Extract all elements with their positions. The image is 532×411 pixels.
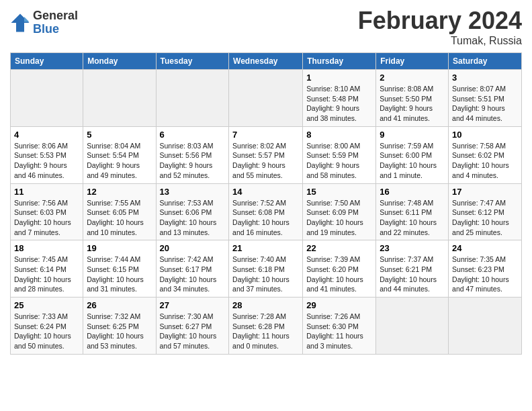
logo-general-text: General (33, 9, 78, 23)
day-cell: 14Sunrise: 7:52 AMSunset: 6:08 PMDayligh… (229, 183, 303, 240)
day-content: Sunrise: 8:00 AMSunset: 5:59 PMDaylight:… (306, 141, 372, 181)
day-number: 21 (232, 243, 299, 253)
day-content: Sunrise: 7:32 AMSunset: 6:25 PMDaylight:… (87, 312, 152, 351)
day-content: Sunrise: 8:10 AMSunset: 5:48 PMDaylight:… (306, 84, 372, 124)
day-cell: 8Sunrise: 8:00 AMSunset: 5:59 PMDaylight… (303, 126, 376, 183)
logo: General Blue (10, 9, 78, 36)
week-row-3: 18Sunrise: 7:45 AMSunset: 6:14 PMDayligh… (11, 240, 522, 298)
day-number: 5 (87, 130, 152, 140)
day-number: 2 (380, 73, 445, 83)
day-cell: 3Sunrise: 8:07 AMSunset: 5:51 PMDaylight… (449, 70, 522, 127)
calendar-location: Tumak, Russia (358, 35, 522, 47)
header-monday: Monday (83, 53, 156, 70)
week-row-0: 1Sunrise: 8:10 AMSunset: 5:48 PMDaylight… (11, 70, 522, 127)
day-cell: 19Sunrise: 7:44 AMSunset: 6:15 PMDayligh… (83, 240, 156, 298)
svg-marker-1 (24, 17, 30, 22)
day-cell: 12Sunrise: 7:55 AMSunset: 6:05 PMDayligh… (83, 183, 156, 240)
day-number: 12 (87, 187, 152, 197)
header-friday: Friday (376, 53, 449, 70)
day-cell: 26Sunrise: 7:32 AMSunset: 6:25 PMDayligh… (83, 298, 156, 355)
day-cell: 29Sunrise: 7:26 AMSunset: 6:30 PMDayligh… (303, 298, 376, 355)
day-cell: 20Sunrise: 7:42 AMSunset: 6:17 PMDayligh… (156, 240, 229, 298)
day-content: Sunrise: 7:44 AMSunset: 6:15 PMDaylight:… (87, 255, 152, 294)
day-number: 17 (452, 187, 518, 197)
logo-text: General Blue (33, 9, 78, 36)
day-number: 13 (160, 187, 226, 197)
day-number: 28 (232, 300, 299, 310)
day-number: 4 (14, 130, 79, 140)
day-content: Sunrise: 7:58 AMSunset: 6:02 PMDaylight:… (452, 141, 518, 181)
day-cell: 23Sunrise: 7:37 AMSunset: 6:21 PMDayligh… (376, 240, 449, 298)
header-tuesday: Tuesday (156, 53, 229, 70)
day-cell (11, 70, 83, 127)
day-cell: 16Sunrise: 7:48 AMSunset: 6:11 PMDayligh… (376, 183, 449, 240)
day-cell: 25Sunrise: 7:33 AMSunset: 6:24 PMDayligh… (11, 298, 83, 355)
day-content: Sunrise: 8:07 AMSunset: 5:51 PMDaylight:… (452, 84, 518, 124)
day-number: 22 (306, 243, 372, 253)
day-cell: 1Sunrise: 8:10 AMSunset: 5:48 PMDaylight… (303, 70, 376, 127)
day-number: 10 (452, 130, 518, 140)
day-cell: 21Sunrise: 7:40 AMSunset: 6:18 PMDayligh… (229, 240, 303, 298)
day-content: Sunrise: 7:35 AMSunset: 6:23 PMDaylight:… (452, 255, 518, 294)
week-row-1: 4Sunrise: 8:06 AMSunset: 5:53 PMDaylight… (11, 126, 522, 183)
calendar-title: February 2024 (358, 7, 522, 35)
day-number: 29 (306, 300, 372, 310)
day-cell: 15Sunrise: 7:50 AMSunset: 6:09 PMDayligh… (303, 183, 376, 240)
day-cell: 5Sunrise: 8:04 AMSunset: 5:54 PMDaylight… (83, 126, 156, 183)
day-number: 26 (87, 300, 152, 310)
day-number: 8 (306, 130, 372, 140)
day-cell: 27Sunrise: 7:30 AMSunset: 6:27 PMDayligh… (156, 298, 229, 355)
day-content: Sunrise: 7:45 AMSunset: 6:14 PMDaylight:… (14, 255, 79, 294)
day-number: 11 (14, 187, 79, 197)
day-content: Sunrise: 8:02 AMSunset: 5:57 PMDaylight:… (232, 141, 299, 181)
day-number: 15 (306, 187, 372, 197)
logo-icon (10, 13, 30, 33)
day-number: 20 (160, 243, 226, 253)
day-number: 27 (160, 300, 226, 310)
header-wednesday: Wednesday (229, 53, 303, 70)
logo-blue-text: Blue (33, 23, 78, 36)
day-content: Sunrise: 7:40 AMSunset: 6:18 PMDaylight:… (232, 255, 299, 294)
day-cell: 17Sunrise: 7:47 AMSunset: 6:12 PMDayligh… (449, 183, 522, 240)
day-number: 9 (380, 130, 445, 140)
day-number: 14 (232, 187, 299, 197)
day-number: 19 (87, 243, 152, 253)
day-content: Sunrise: 7:53 AMSunset: 6:06 PMDaylight:… (160, 198, 226, 238)
day-content: Sunrise: 7:56 AMSunset: 6:03 PMDaylight:… (14, 198, 79, 238)
day-content: Sunrise: 7:47 AMSunset: 6:12 PMDaylight:… (452, 198, 518, 238)
day-cell: 9Sunrise: 7:59 AMSunset: 6:00 PMDaylight… (376, 126, 449, 183)
header-sunday: Sunday (11, 53, 83, 70)
day-cell (449, 298, 522, 355)
day-number: 23 (380, 243, 445, 253)
day-cell: 11Sunrise: 7:56 AMSunset: 6:03 PMDayligh… (11, 183, 83, 240)
day-cell (83, 70, 156, 127)
day-cell: 18Sunrise: 7:45 AMSunset: 6:14 PMDayligh… (11, 240, 83, 298)
day-cell: 13Sunrise: 7:53 AMSunset: 6:06 PMDayligh… (156, 183, 229, 240)
day-cell: 2Sunrise: 8:08 AMSunset: 5:50 PMDaylight… (376, 70, 449, 127)
header-thursday: Thursday (303, 53, 376, 70)
week-row-2: 11Sunrise: 7:56 AMSunset: 6:03 PMDayligh… (11, 183, 522, 240)
day-content: Sunrise: 7:26 AMSunset: 6:30 PMDaylight:… (306, 312, 372, 351)
day-number: 7 (232, 130, 299, 140)
day-content: Sunrise: 8:04 AMSunset: 5:54 PMDaylight:… (87, 141, 152, 181)
day-content: Sunrise: 7:37 AMSunset: 6:21 PMDaylight:… (380, 255, 445, 294)
day-cell: 10Sunrise: 7:58 AMSunset: 6:02 PMDayligh… (449, 126, 522, 183)
day-number: 16 (380, 187, 445, 197)
day-content: Sunrise: 7:42 AMSunset: 6:17 PMDaylight:… (160, 255, 226, 294)
week-row-4: 25Sunrise: 7:33 AMSunset: 6:24 PMDayligh… (11, 298, 522, 355)
day-number: 6 (160, 130, 226, 140)
day-content: Sunrise: 7:55 AMSunset: 6:05 PMDaylight:… (87, 198, 152, 238)
day-cell (156, 70, 229, 127)
day-cell: 22Sunrise: 7:39 AMSunset: 6:20 PMDayligh… (303, 240, 376, 298)
day-content: Sunrise: 8:06 AMSunset: 5:53 PMDaylight:… (14, 141, 79, 181)
day-cell (229, 70, 303, 127)
header-row: SundayMondayTuesdayWednesdayThursdayFrid… (11, 53, 522, 70)
day-content: Sunrise: 7:30 AMSunset: 6:27 PMDaylight:… (160, 312, 226, 351)
day-number: 3 (452, 73, 518, 83)
day-content: Sunrise: 7:48 AMSunset: 6:11 PMDaylight:… (380, 198, 445, 238)
day-cell: 4Sunrise: 8:06 AMSunset: 5:53 PMDaylight… (11, 126, 83, 183)
day-content: Sunrise: 8:03 AMSunset: 5:56 PMDaylight:… (160, 141, 226, 181)
page-header: General Blue February 2024 Tumak, Russia (10, 7, 522, 47)
svg-marker-0 (11, 13, 30, 32)
day-number: 1 (306, 73, 372, 83)
